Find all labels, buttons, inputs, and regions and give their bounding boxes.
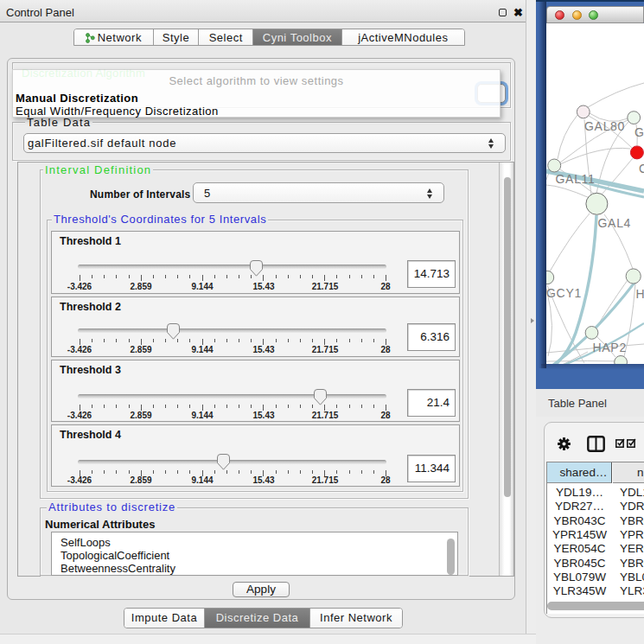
svg-text:H: H: [636, 287, 644, 301]
svg-text:GAL80: GAL80: [584, 119, 625, 133]
svg-text:GAL4: GAL4: [598, 216, 632, 230]
svg-text:C: C: [639, 162, 644, 175]
svg-text:GA: GA: [634, 125, 644, 139]
svg-text:GCY1: GCY1: [546, 286, 582, 300]
svg-text:HAP2: HAP2: [593, 341, 627, 354]
svg-text:GAL11: GAL11: [556, 172, 596, 186]
